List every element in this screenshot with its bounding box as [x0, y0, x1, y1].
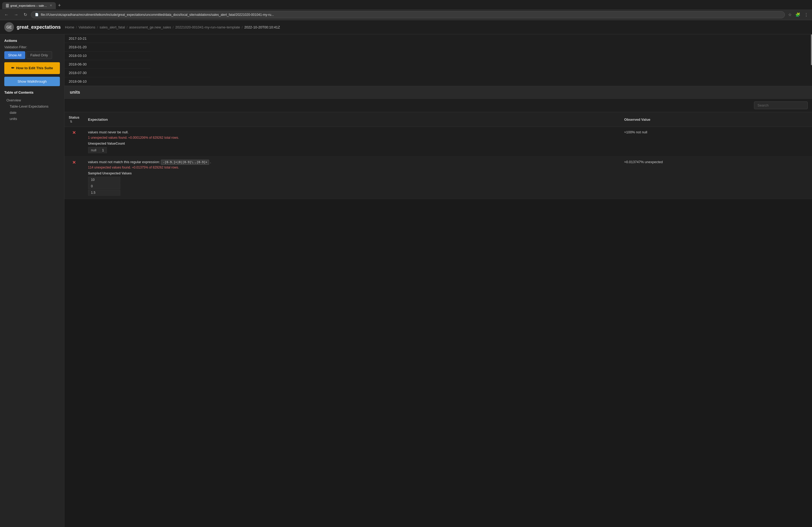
breadcrumb: Home / Validations / sales_alert_fatal /… [65, 25, 280, 29]
fail-icon: ✕ [72, 160, 76, 165]
menu-btn[interactable]: ⋮ [803, 11, 809, 18]
failed-only-btn[interactable]: Failed Only [26, 51, 52, 59]
toc-item[interactable]: Overview [4, 97, 60, 103]
toc-item[interactable]: Table-Level Expectations [4, 103, 60, 109]
app-logo: GE great_expectations [4, 22, 61, 32]
address-bar[interactable]: 📄 file:///Users/okzapradhana/recruitment… [31, 11, 785, 18]
sampled-value-item: 10 [88, 177, 120, 183]
bookmark-btn[interactable]: ☆ [787, 11, 793, 18]
browser-toolbar: ← → ↻ 📄 file:///Users/okzapradhana/recru… [0, 10, 812, 20]
main-layout: Actions Validation Filter: Show All Fail… [0, 34, 812, 527]
tab-close[interactable]: ✕ [50, 4, 52, 7]
dates-table: 2017-10-212018-01-202018-03-102018-06-30… [64, 34, 150, 86]
breadcrumb-home[interactable]: Home [65, 25, 74, 29]
search-bar-row [64, 99, 812, 112]
breadcrumb-timestamp: 2022-10-20T00:10:41Z [244, 25, 280, 29]
toc-items: OverviewTable-Level Expectationsdateunit… [4, 97, 60, 122]
browser-chrome: great_expectations – sales_alert_fatal ✕… [0, 0, 812, 20]
date-cell: 2017-10-21 [64, 34, 150, 43]
fail-icon: ✕ [72, 131, 76, 135]
observed-value-column-header: Observed Value [620, 112, 812, 127]
logo-avatar: GE [4, 22, 14, 32]
sampled-value-item: 0 [88, 183, 120, 189]
date-cell: 2018-07-30 [64, 69, 150, 77]
breadcrumb-run[interactable]: 20221020-001041-my-run-name-template [175, 25, 240, 29]
app-header: GE great_expectations Home / Validations… [0, 20, 812, 34]
regex-code: -[0-9.]+|0|[0-9]\.,[0-9]+ [161, 160, 209, 165]
value-table: null1 [88, 147, 107, 153]
toc-section: Table of Contents OverviewTable-Level Ex… [4, 90, 60, 122]
dates-section[interactable]: 2017-10-212018-01-202018-03-102018-06-30… [64, 34, 812, 86]
sampled-value-item: 1.5 [88, 190, 120, 196]
table-row: ✕values must not match this regular expr… [64, 157, 812, 199]
expectation-cell: values must not match this regular expre… [84, 157, 620, 199]
date-row: 2018-08-10 [64, 77, 150, 86]
actions-section: Actions Validation Filter: Show All Fail… [4, 39, 60, 86]
expectation-column-header: Expectation [84, 112, 620, 127]
units-header: units [64, 86, 812, 99]
pencil-icon: ✏ [11, 65, 14, 71]
forward-btn[interactable]: → [12, 11, 20, 18]
show-all-btn[interactable]: Show All [4, 51, 25, 59]
expectation-cell: values must never be null.1 unexpected v… [84, 127, 620, 157]
date-row: 2018-06-30 [64, 60, 150, 69]
sidebar: Actions Validation Filter: Show All Fail… [0, 34, 64, 527]
expectation-main-text: values must not match this regular expre… [88, 160, 616, 164]
table-row: ✕values must never be null.1 unexpected … [64, 127, 812, 157]
breadcrumb-sep1: / [76, 25, 77, 29]
active-tab[interactable]: great_expectations – sales_alert_fatal ✕ [2, 2, 56, 9]
observed-value-text: ≈0.013747% unexpected [624, 160, 663, 164]
breadcrumb-validations[interactable]: Validations [78, 25, 95, 29]
address-text: file:///Users/okzapradhana/recruitment/t… [41, 13, 781, 17]
breadcrumb-suite[interactable]: sales_alert_fatal [100, 25, 125, 29]
table-section: Status ⇅ Expectation Observed Value ✕val… [64, 99, 812, 527]
back-btn[interactable]: ← [3, 11, 10, 18]
sort-icon: ⇅ [70, 120, 72, 123]
toc-item[interactable]: date [4, 109, 60, 116]
breadcrumb-dataset[interactable]: assessment_ge.new_sales [129, 25, 171, 29]
value-count: 1 [99, 147, 106, 153]
date-row: 2018-01-20 [64, 43, 150, 51]
error-text: 114 unexpected values found. ≈0.01375% o… [88, 166, 616, 169]
toc-item[interactable]: units [4, 116, 60, 122]
breadcrumb-sep4: / [173, 25, 174, 29]
date-row: 2018-07-30 [64, 69, 150, 77]
filter-label: Validation Filter: [4, 45, 60, 49]
date-cell: 2018-03-10 [64, 51, 150, 60]
value-row: null1 [88, 147, 106, 153]
expectations-table: Status ⇅ Expectation Observed Value ✕val… [64, 112, 812, 199]
search-input[interactable] [754, 102, 808, 109]
breadcrumb-sep2: / [97, 25, 98, 29]
lock-icon: 📄 [35, 13, 39, 16]
scroll-indicator [811, 34, 812, 65]
tab-favicon [6, 4, 9, 7]
breadcrumb-sep3: / [127, 25, 128, 29]
toolbar-actions: ☆ 🧩 ⋮ [787, 11, 809, 18]
date-cell: 2018-06-30 [64, 60, 150, 69]
date-cell: 2018-01-20 [64, 43, 150, 51]
tab-title: great_expectations – sales_alert_fatal [11, 4, 48, 7]
refresh-btn[interactable]: ↻ [22, 11, 29, 18]
status-column-header[interactable]: Status ⇅ [64, 112, 84, 127]
detail-label: Unexpected ValueCount [88, 142, 616, 146]
edit-suite-btn[interactable]: ✏ How to Edit This Suite [4, 62, 60, 74]
browser-tabs: great_expectations – sales_alert_fatal ✕… [0, 0, 812, 10]
observed-value-text: ≈100% not null [624, 130, 648, 134]
error-text: 1 unexpected values found. ≈0.0001206% o… [88, 136, 616, 139]
show-walkthrough-btn[interactable]: Show Walkthrough [4, 77, 60, 86]
table-header: Status ⇅ Expectation Observed Value [64, 112, 812, 127]
date-row: 2017-10-21 [64, 34, 150, 43]
app-name: great_expectations [17, 25, 61, 30]
filter-buttons: Show All Failed Only [4, 51, 60, 59]
actions-title: Actions [4, 39, 60, 43]
status-cell: ✕ [64, 157, 84, 199]
extensions-btn[interactable]: 🧩 [794, 11, 801, 18]
detail-label: Sampled Unexpected Values [88, 171, 616, 175]
content-area: 2017-10-212018-01-202018-03-102018-06-30… [64, 34, 812, 527]
date-row: 2018-03-10 [64, 51, 150, 60]
value-key: null [88, 147, 99, 153]
observed-value-cell: ≈0.013747% unexpected [620, 157, 812, 199]
expectations-tbody: ✕values must never be null.1 unexpected … [64, 127, 812, 199]
toc-title: Table of Contents [4, 90, 60, 94]
new-tab-btn[interactable]: + [56, 2, 62, 10]
